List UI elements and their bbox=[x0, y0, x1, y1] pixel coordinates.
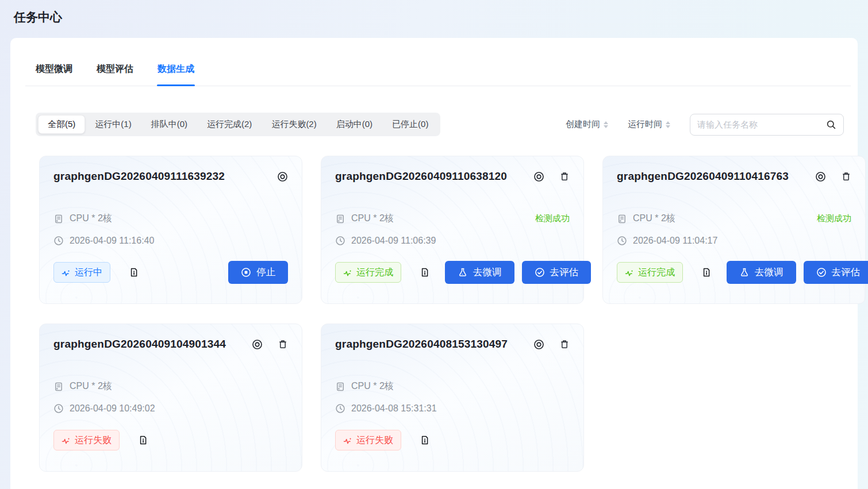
task-card-grid: graphgenDG20260409111639232 CPU * 2核 202… bbox=[39, 156, 851, 472]
server-icon bbox=[53, 214, 64, 224]
task-created-time: 2026-04-08 15:31:31 bbox=[351, 403, 437, 414]
status-badge: 运行失败 bbox=[53, 430, 120, 451]
check-circle-icon bbox=[535, 267, 545, 278]
sort-caret-icons bbox=[666, 121, 670, 128]
pulse-icon bbox=[343, 268, 352, 277]
task-card: graphgenDG20260409110416763 CPU * 2核 检测成… bbox=[602, 156, 866, 304]
tab-bar: 模型微调 模型评估 数据生成 bbox=[25, 63, 851, 86]
filter-failed[interactable]: 运行失败(2) bbox=[262, 115, 326, 134]
go-finetune-button[interactable]: 去微调 bbox=[445, 261, 514, 284]
task-card: graphgenDG20260409110638120 CPU * 2核 检测成… bbox=[321, 156, 584, 304]
server-icon bbox=[53, 382, 64, 392]
clock-icon bbox=[53, 236, 64, 246]
task-title: graphgenDG20260409104901344 bbox=[53, 338, 246, 351]
tab-model-evaluate[interactable]: 模型评估 bbox=[97, 63, 133, 86]
task-card: graphgenDG20260409111639232 CPU * 2核 202… bbox=[39, 156, 302, 304]
task-created-time: 2026-04-09 10:49:02 bbox=[70, 403, 155, 414]
task-card: graphgenDG20260409104901344 CPU * 2核 202… bbox=[39, 324, 302, 472]
status-label: 运行失败 bbox=[356, 434, 393, 446]
experiment-flask-icon bbox=[458, 267, 468, 278]
status-badge: 运行中 bbox=[53, 262, 110, 283]
file-info-icon[interactable] bbox=[420, 267, 430, 278]
file-info-icon[interactable] bbox=[701, 267, 712, 278]
pulse-icon bbox=[62, 436, 71, 445]
eye-icon[interactable] bbox=[815, 171, 826, 182]
task-spec: CPU * 2核 bbox=[351, 213, 394, 225]
status-label: 运行完成 bbox=[356, 267, 393, 279]
clock-icon bbox=[335, 403, 345, 414]
check-success-label: 检测成功 bbox=[535, 213, 570, 224]
sort-run-time-label: 运行时间 bbox=[628, 119, 662, 130]
sort-create-time[interactable]: 创建时间 bbox=[566, 119, 608, 130]
tab-data-generation[interactable]: 数据生成 bbox=[158, 63, 194, 86]
task-title: graphgenDG20260409110416763 bbox=[617, 170, 809, 183]
task-spec: CPU * 2核 bbox=[70, 380, 112, 392]
status-filter-group: 全部(5) 运行中(1) 排队中(0) 运行完成(2) 运行失败(2) 启动中(… bbox=[36, 113, 440, 136]
task-spec: CPU * 2核 bbox=[70, 213, 112, 225]
filter-stopped[interactable]: 已停止(0) bbox=[382, 115, 438, 134]
go-finetune-button[interactable]: 去微调 bbox=[727, 261, 796, 284]
file-info-icon[interactable] bbox=[129, 267, 139, 278]
stop-circle-icon bbox=[241, 267, 251, 278]
task-card: graphgenDG20260408153130497 CPU * 2核 202… bbox=[321, 324, 584, 472]
eye-icon[interactable] bbox=[533, 171, 544, 182]
task-created-time: 2026-04-09 11:06:39 bbox=[351, 236, 436, 246]
filter-running[interactable]: 运行中(1) bbox=[85, 115, 141, 134]
search-input[interactable] bbox=[697, 120, 821, 129]
clock-icon bbox=[53, 403, 64, 414]
status-label: 运行失败 bbox=[75, 434, 112, 446]
eye-icon[interactable] bbox=[533, 339, 544, 350]
pulse-icon bbox=[625, 268, 634, 277]
pulse-icon bbox=[343, 436, 352, 445]
server-icon bbox=[335, 214, 345, 224]
filter-all[interactable]: 全部(5) bbox=[38, 115, 85, 134]
page-title: 任务中心 bbox=[14, 9, 868, 25]
eye-icon[interactable] bbox=[277, 171, 288, 182]
stop-button[interactable]: 停止 bbox=[228, 261, 288, 284]
sort-run-time[interactable]: 运行时间 bbox=[628, 119, 670, 130]
server-icon bbox=[335, 382, 345, 392]
page-header: 任务中心 bbox=[0, 0, 868, 25]
check-success-label: 检测成功 bbox=[817, 213, 851, 224]
filter-queued[interactable]: 排队中(0) bbox=[141, 115, 197, 134]
sort-create-time-label: 创建时间 bbox=[566, 119, 600, 130]
experiment-flask-icon bbox=[739, 267, 750, 278]
search-icon[interactable] bbox=[826, 120, 836, 130]
status-badge: 运行完成 bbox=[617, 262, 683, 283]
pulse-icon bbox=[62, 268, 71, 277]
filter-completed[interactable]: 运行完成(2) bbox=[197, 115, 262, 134]
go-evaluate-button[interactable]: 去评估 bbox=[522, 261, 592, 284]
eye-icon[interactable] bbox=[252, 339, 263, 350]
filter-starting[interactable]: 启动中(0) bbox=[327, 115, 382, 134]
status-badge: 运行完成 bbox=[335, 262, 401, 283]
toolbar-right: 创建时间 运行时间 bbox=[566, 114, 844, 136]
toolbar: 全部(5) 运行中(1) 排队中(0) 运行完成(2) 运行失败(2) 启动中(… bbox=[36, 113, 844, 136]
task-spec: CPU * 2核 bbox=[633, 213, 675, 225]
task-center-panel: 模型微调 模型评估 数据生成 全部(5) 运行中(1) 排队中(0) 运行完成(… bbox=[10, 38, 858, 489]
task-spec: CPU * 2核 bbox=[351, 380, 394, 392]
tab-model-finetune[interactable]: 模型微调 bbox=[36, 63, 72, 86]
trash-icon[interactable] bbox=[841, 171, 851, 182]
clock-icon bbox=[335, 236, 345, 246]
clock-icon bbox=[617, 236, 627, 246]
status-label: 运行中 bbox=[75, 267, 102, 279]
status-badge: 运行失败 bbox=[335, 430, 401, 451]
task-title: graphgenDG20260409110638120 bbox=[335, 170, 528, 183]
task-search-box bbox=[690, 114, 844, 136]
sort-caret-icons bbox=[604, 121, 608, 128]
check-circle-icon bbox=[816, 267, 827, 278]
task-created-time: 2026-04-09 11:16:40 bbox=[70, 236, 154, 246]
file-info-icon[interactable] bbox=[420, 435, 430, 445]
task-title: graphgenDG20260409111639232 bbox=[53, 170, 271, 183]
task-created-time: 2026-04-09 11:04:17 bbox=[633, 236, 717, 246]
trash-icon[interactable] bbox=[559, 339, 570, 349]
server-icon bbox=[617, 214, 627, 224]
trash-icon[interactable] bbox=[278, 339, 288, 349]
file-info-icon[interactable] bbox=[138, 435, 148, 445]
go-evaluate-button[interactable]: 去评估 bbox=[804, 261, 868, 284]
status-label: 运行完成 bbox=[638, 267, 675, 279]
task-title: graphgenDG20260408153130497 bbox=[335, 338, 528, 351]
trash-icon[interactable] bbox=[559, 171, 570, 182]
